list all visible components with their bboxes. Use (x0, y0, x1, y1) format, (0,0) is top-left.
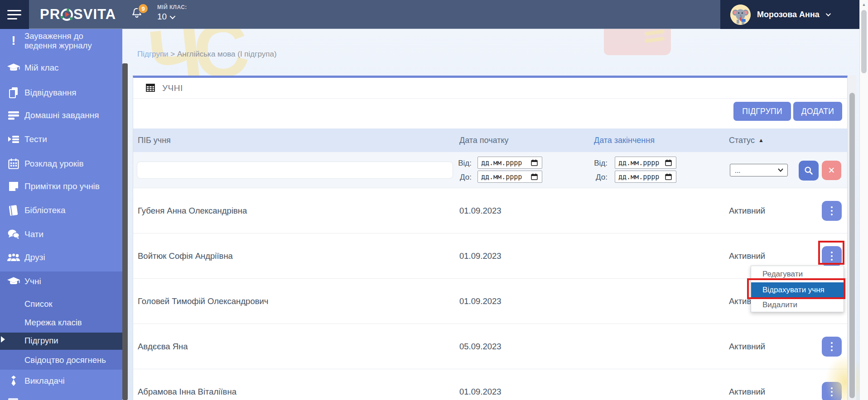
sidebar-subitem-pidhrupy[interactable]: Підгрупи (0, 332, 122, 350)
sidebar-item-rozklad[interactable]: Розклад уроків (0, 154, 122, 174)
my-class-block: МІЙ КЛАС: 10 (157, 4, 187, 22)
student-name: Абрамова Інна Віталіївна (138, 369, 236, 400)
add-button[interactable]: ДОДАТИ (793, 102, 842, 121)
status-filter-select[interactable]: ... (730, 164, 788, 176)
close-icon: ✕ (828, 165, 835, 176)
app-logo[interactable]: PR SVITA (40, 0, 116, 29)
col-header-date-end[interactable]: Дата закінчення (594, 129, 655, 152)
breadcrumb-parent-link[interactable]: Підгрупи (137, 50, 169, 58)
table-body: Губеня Анна Олександрівна 01.09.2023 Акт… (133, 188, 847, 400)
card-toolbar: ПІДГРУПИ ДОДАТИ (133, 99, 847, 129)
students-card: УЧНІ ПІДГРУПИ ДОДАТИ ПІБ учня Дата почат… (133, 76, 848, 400)
book-icon (7, 204, 20, 217)
screen: PR SVITA 9 МІЙ КЛАС: 10 (0, 0, 868, 400)
sidebar-item-domashni[interactable]: Домашні завдання (0, 105, 122, 125)
scroll-up-arrow-icon[interactable]: ▲ (860, 2, 868, 7)
sidebar-item-uchni[interactable]: Учні (0, 271, 122, 291)
date-end-to-label: До: (588, 173, 608, 182)
date-end-from-input[interactable] (615, 157, 676, 169)
table-header-row: ПІБ учня Дата початку Дата закінчення Ст… (133, 129, 847, 152)
browser-scrollbar-thumb[interactable] (861, 10, 867, 73)
sidebar-item-testy[interactable]: Тести (0, 129, 122, 149)
row-context-menu: Редагувати Відрахувати учня Видалити (751, 266, 844, 312)
menu-item-delete[interactable]: Видалити (751, 297, 844, 313)
logo-text-post: SVITA (73, 6, 116, 23)
note-icon (7, 180, 20, 193)
clear-filters-button[interactable]: ✕ (822, 161, 841, 180)
pages-icon (7, 86, 20, 99)
date-end-from-label: Від: (588, 159, 608, 168)
date-start-from-label: Від: (453, 159, 472, 168)
sidebar-item-druzi[interactable]: Друзі (0, 248, 122, 267)
row-actions-button[interactable] (822, 246, 842, 266)
graduation-cap-icon (7, 275, 20, 288)
test-list-icon (7, 133, 20, 146)
search-button[interactable] (799, 161, 819, 181)
sidebar-subitem-svidotstvo[interactable]: Свідоцтво досягнень (0, 351, 122, 369)
sidebar-subitem-merezha[interactable]: Мережа класів (0, 314, 122, 332)
col-header-date-start: Дата початку (459, 129, 509, 152)
card-header: УЧНІ (133, 78, 847, 99)
tie-icon (7, 375, 20, 387)
list-icon (7, 109, 20, 122)
content-scrollbar[interactable] (848, 76, 856, 400)
student-name: Губеня Анна Олександрівна (138, 188, 247, 233)
date-start: 01.09.2023 (459, 188, 502, 233)
status-text: Активний (729, 188, 765, 233)
sidebar: ! Зауваження до ведення журналу Мій клас… (0, 29, 122, 400)
row-actions-button[interactable] (822, 201, 842, 221)
graduation-cap-icon (7, 62, 20, 74)
sidebar-item-vykladachi[interactable]: Викладачі (0, 371, 122, 391)
card-title: УЧНІ (162, 83, 183, 93)
content-scrollbar-thumb[interactable] (849, 93, 855, 398)
logo-text-pre: PR (40, 6, 60, 23)
status-text: Активний (729, 324, 765, 369)
status-text: Активний (729, 369, 765, 400)
date-start: 05.09.2023 (459, 324, 502, 369)
menu-item-edit[interactable]: Редагувати (751, 266, 844, 282)
sidebar-scrollbar[interactable] (122, 63, 128, 400)
date-start-to-input[interactable] (477, 171, 542, 183)
menu-toggle-button[interactable] (0, 0, 29, 29)
browser-scrollbar[interactable]: ▲ (859, 0, 868, 400)
notification-badge: 9 (138, 3, 149, 14)
student-name: Войтюк Софія Андріївна (138, 233, 233, 279)
notifications-button[interactable]: 9 (130, 6, 150, 24)
date-start-from-input[interactable] (477, 157, 542, 169)
status-filter-value: ... (735, 167, 741, 174)
subgroups-button[interactable]: ПІДГРУПИ (733, 102, 791, 121)
date-start: 01.09.2023 (459, 369, 502, 400)
breadcrumb: Підгрупи > Англійська мова (І підгрупа) (137, 50, 277, 59)
row-actions-button[interactable] (822, 337, 842, 357)
chat-icon (7, 228, 20, 241)
student-name: Авдєєва Яна (138, 324, 188, 369)
sidebar-item-biblioteka[interactable]: Бібліотека (0, 200, 122, 220)
user-name: Морозова Анна (757, 10, 820, 19)
filter-row: Від: До: Від: До: ... (133, 152, 847, 188)
sidebar-item-chaty[interactable]: Чати (0, 224, 122, 244)
sidebar-item-zauvazhennia[interactable]: ! Зауваження до ведення журналу (0, 30, 122, 52)
chevron-down-icon (778, 168, 783, 172)
main-content: ЧС Підгрупи > Англійська мова (І підгруп… (122, 29, 859, 400)
exclamation-icon: ! (7, 34, 20, 47)
date-end-to-input[interactable] (615, 171, 676, 183)
avatar (730, 5, 751, 25)
table-row: Головей Тимофій Олександрович 01.09.2023… (133, 279, 847, 324)
partial-item-icon (8, 398, 18, 400)
breadcrumb-current: Англійська мова (І підгрупа) (177, 50, 277, 58)
topbar: PR SVITA 9 МІЙ КЛАС: 10 (0, 0, 868, 29)
date-start: 01.09.2023 (459, 233, 502, 279)
breadcrumb-separator: > (170, 50, 175, 58)
menu-item-expel-student[interactable]: Відрахувати учня (751, 282, 844, 297)
user-menu[interactable]: Морозова Анна (720, 0, 859, 29)
sidebar-item-prymitky[interactable]: Примітки про учнів (0, 176, 122, 196)
col-header-name: ПІБ учня (138, 129, 171, 152)
table-row: Абрамова Інна Віталіївна 01.09.2023 Акти… (133, 369, 847, 400)
sort-asc-icon: ▲ (758, 137, 764, 143)
sidebar-item-miy-klas[interactable]: Мій клас (0, 58, 122, 78)
sidebar-item-vidviduvannia[interactable]: Відвідування (0, 83, 122, 103)
name-filter-input[interactable] (137, 162, 453, 179)
sidebar-subitem-spysok[interactable]: Список (0, 295, 122, 313)
class-selector[interactable]: 10 (157, 12, 187, 22)
col-header-status[interactable]: Статус ▲ (729, 129, 764, 152)
